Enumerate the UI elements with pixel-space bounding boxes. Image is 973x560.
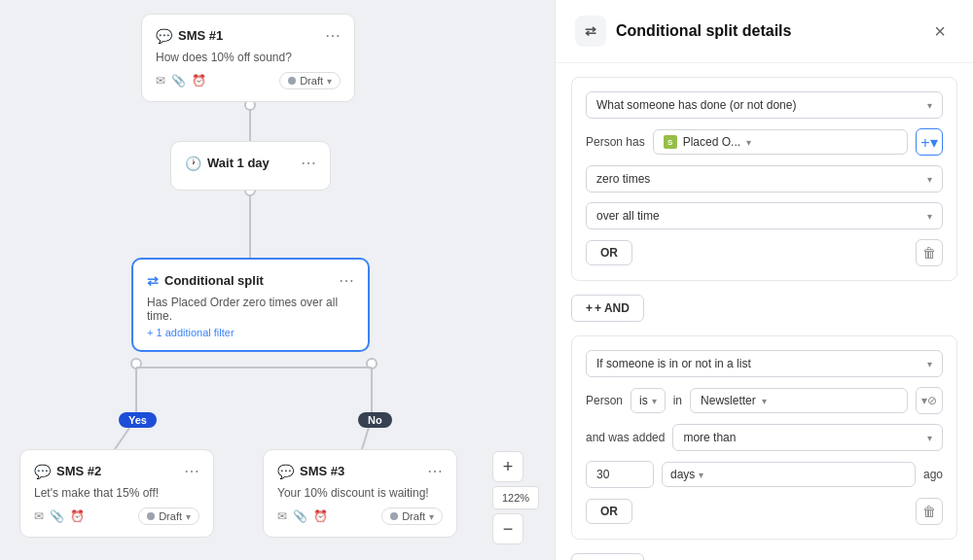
is-chevron: ▾	[652, 396, 657, 406]
block2-footer: OR 🗑	[586, 498, 943, 525]
conditional-header: ⇄ Conditional split ⋯	[147, 271, 354, 290]
block1-times-chevron: ▾	[927, 174, 932, 185]
block2-ago-label: ago	[923, 468, 943, 481]
sms2-header: 💬 SMS #2 ⋯	[34, 462, 199, 480]
zoom-out-button[interactable]: −	[492, 513, 523, 544]
block1-times-select[interactable]: zero times ▾	[586, 165, 943, 192]
condition-block-1: What someone has done (or not done) ▾ Pe…	[571, 77, 957, 281]
sms3-draft-chevron: ▾	[429, 511, 434, 522]
sms2-draft-dot	[147, 512, 155, 520]
conditional-body: Has Placed Order zero times over all tim…	[147, 296, 354, 338]
block2-filter-button[interactable]: ▾⊘	[916, 387, 943, 414]
sms1-title: 💬 SMS #1	[156, 28, 223, 44]
conditional-filter-tag: + 1 additional filter	[147, 327, 354, 338]
sms3-icons: ✉ 📎 ⏰	[277, 509, 328, 523]
conditional-split-panel: ⇄ Conditional split details × What someo…	[555, 0, 973, 560]
block1-footer: OR 🗑	[586, 239, 943, 266]
block1-shopify-select[interactable]: S Placed O... ▾	[653, 129, 908, 155]
sms2-icons: ✉ 📎 ⏰	[34, 509, 85, 523]
block1-add-filter-button[interactable]: +▾	[916, 128, 943, 156]
sms2-clock-icon: ⏰	[70, 509, 85, 523]
sms1-icons: ✉ 📎 ⏰	[156, 74, 206, 88]
flow-canvas: 💬 SMS #1 ⋯ How does 10% off sound? ✉ 📎 ⏰…	[0, 0, 555, 560]
sms3-header: 💬 SMS #3 ⋯	[277, 462, 443, 480]
block1-period-select[interactable]: over all time ▾	[586, 202, 943, 229]
conditional-more-button[interactable]: ⋯	[339, 271, 354, 290]
block2-delete-icon: 🗑	[922, 504, 936, 519]
block1-person-label: Person has	[586, 135, 645, 149]
block2-added-label: and was added	[586, 431, 665, 444]
block2-is-select[interactable]: is ▾	[631, 388, 666, 413]
panel-title-group: ⇄ Conditional split details	[575, 16, 791, 47]
block1-top-chevron: ▾	[927, 100, 932, 111]
filter-icon: ▾⊘	[921, 394, 937, 407]
sms3-node: 💬 SMS #3 ⋯ Your 10% discount is waiting!…	[263, 449, 457, 538]
sms2-footer: ✉ 📎 ⏰ Draft ▾	[34, 508, 199, 525]
sms3-icon: 💬	[277, 464, 294, 479]
more-than-chevron: ▾	[927, 433, 932, 443]
sms1-draft-badge[interactable]: Draft ▾	[279, 72, 341, 89]
block2-or-button[interactable]: OR	[586, 499, 632, 524]
draft-chevron: ▾	[327, 76, 332, 87]
and-separator-1: + + AND	[571, 293, 957, 324]
sms2-icon: 💬	[34, 464, 51, 479]
sms3-footer: ✉ 📎 ⏰ Draft ▾	[277, 508, 443, 525]
block1-top-select[interactable]: What someone has done (or not done) ▾	[586, 91, 943, 119]
block1-delete-button[interactable]: 🗑	[916, 239, 943, 266]
block2-more-than-select[interactable]: more than ▾	[672, 424, 943, 451]
close-panel-button[interactable]: ×	[926, 18, 954, 45]
days-chevron: ▾	[699, 470, 703, 480]
clock-icon: ⏰	[192, 74, 206, 88]
zoom-label: 122%	[492, 486, 539, 509]
block1-period-chevron: ▾	[927, 211, 932, 222]
wait-title: 🕐 Wait 1 day	[185, 156, 270, 171]
and-plus-icon: +	[586, 301, 593, 315]
conditional-title: ⇄ Conditional split	[147, 273, 264, 289]
sms1-more-button[interactable]: ⋯	[325, 26, 341, 45]
block1-delete-icon: 🗑	[922, 245, 936, 261]
newsletter-chevron: ▾	[762, 396, 767, 406]
condition-block-2: If someone is in or not in a list ▾ Pers…	[571, 335, 957, 540]
no-badge: No	[358, 412, 392, 428]
canvas-controls: + 122% −	[492, 451, 539, 544]
sms2-body: Let's make that 15% off!	[34, 486, 199, 500]
block2-person-label: Person	[586, 394, 623, 407]
svg-point-7	[131, 359, 141, 368]
wait-more-button[interactable]: ⋯	[301, 154, 316, 172]
clip-icon: 📎	[171, 74, 186, 88]
block1-person-row: Person has S Placed O... ▾ +▾	[586, 128, 943, 156]
wait-header: 🕐 Wait 1 day ⋯	[185, 154, 316, 172]
block2-added-row: and was added more than ▾	[586, 424, 943, 451]
block2-delete-button[interactable]: 🗑	[916, 498, 943, 525]
wait-clock-icon: 🕐	[185, 156, 201, 171]
block2-days-input[interactable]	[586, 461, 654, 488]
sms2-more-button[interactable]: ⋯	[184, 462, 199, 480]
and-button-2[interactable]: + + AND	[571, 553, 644, 560]
sms3-envelope-icon: ✉	[277, 509, 287, 523]
block2-person-row: Person is ▾ in Newsletter ▾ ▾⊘	[586, 387, 943, 414]
sms3-draft-dot	[390, 512, 398, 520]
zoom-in-button[interactable]: +	[492, 451, 523, 482]
panel-body: What someone has done (or not done) ▾ Pe…	[556, 63, 973, 560]
yes-badge: Yes	[119, 412, 157, 428]
sms2-node: 💬 SMS #2 ⋯ Let's make that 15% off! ✉ 📎 …	[19, 449, 214, 538]
sms-icon: 💬	[156, 28, 172, 44]
sms1-node: 💬 SMS #1 ⋯ How does 10% off sound? ✉ 📎 ⏰…	[141, 14, 355, 102]
draft-dot	[288, 77, 296, 85]
envelope-icon: ✉	[156, 74, 165, 88]
block2-days-select[interactable]: days ▾	[662, 462, 916, 487]
block1-or-button[interactable]: OR	[586, 240, 632, 265]
block2-newsletter-select[interactable]: Newsletter ▾	[690, 388, 908, 413]
sms3-body: Your 10% discount is waiting!	[277, 486, 443, 500]
sms2-envelope-icon: ✉	[34, 509, 44, 523]
svg-point-9	[367, 359, 377, 368]
split-panel-icon: ⇄	[585, 23, 596, 39]
sms3-draft-badge[interactable]: Draft ▾	[381, 508, 443, 525]
sms1-footer: ✉ 📎 ⏰ Draft ▾	[156, 72, 341, 89]
sms2-draft-badge[interactable]: Draft ▾	[138, 508, 199, 525]
and-button-1[interactable]: + + AND	[571, 295, 644, 322]
sms3-more-button[interactable]: ⋯	[427, 462, 443, 480]
block2-top-select[interactable]: If someone is in or not in a list ▾	[586, 350, 943, 377]
block2-in-label: in	[673, 394, 682, 407]
conditional-node: ⇄ Conditional split ⋯ Has Placed Order z…	[131, 258, 370, 352]
